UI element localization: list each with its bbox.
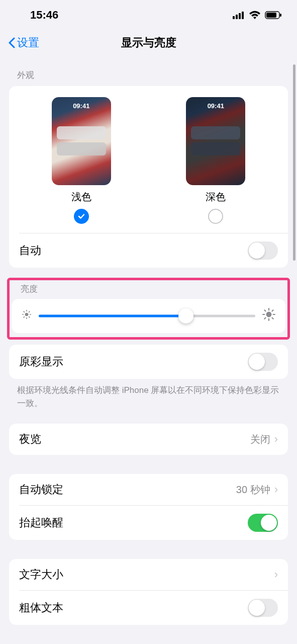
auto-toggle[interactable] [248,242,278,260]
chevron-left-icon [8,37,15,48]
dark-radio[interactable] [208,209,223,224]
appearance-light-option[interactable]: 09:41 浅色 [52,97,111,224]
truetone-group: 原彩显示 [9,345,288,379]
light-label: 浅色 [71,190,91,204]
svg-rect-6 [280,14,281,17]
cellular-icon [233,11,245,19]
textsize-row[interactable]: 文字大小 › [9,559,288,590]
light-radio[interactable] [74,209,89,224]
dark-preview: 09:41 [186,97,245,185]
svg-rect-3 [242,12,244,19]
boldtext-label: 粗体文本 [19,600,63,615]
back-label: 设置 [17,35,39,50]
checkmark-icon [77,212,85,220]
status-time: 15:46 [30,9,58,22]
svg-rect-5 [266,13,276,18]
brightness-highlight: 亮度 [7,278,290,340]
svg-line-15 [29,311,30,312]
appearance-group: 09:41 浅色 09:41 深色 自动 [9,86,288,268]
nav-bar: 设置 显示与亮度 [0,30,297,55]
svg-point-7 [25,313,29,316]
nightshift-group: 夜览 关闭 › [9,424,288,455]
truetone-label: 原彩显示 [19,354,63,369]
nightshift-row[interactable]: 夜览 关闭 › [9,424,288,455]
boldtext-row[interactable]: 粗体文本 [9,591,288,625]
truetone-row[interactable]: 原彩显示 [9,345,288,379]
textsize-label: 文字大小 [19,567,63,582]
light-preview: 09:41 [52,97,111,185]
truetone-toggle[interactable] [248,353,278,371]
appearance-header: 外观 [0,55,297,86]
scroll-indicator[interactable] [293,64,295,261]
dark-label: 深色 [206,190,226,204]
battery-icon [265,11,282,19]
raisewake-label: 抬起唤醒 [19,515,63,530]
svg-point-16 [266,312,272,317]
preview-time: 09:41 [186,97,245,110]
raisewake-row[interactable]: 抬起唤醒 [9,506,288,540]
auto-appearance-row[interactable]: 自动 [9,233,288,268]
lock-group: 自动锁定 30 秒钟 › 抬起唤醒 [9,474,288,540]
svg-line-14 [24,317,24,317]
svg-line-13 [29,317,30,317]
svg-line-24 [272,310,273,311]
brightness-slider-row [12,299,285,333]
svg-line-22 [272,318,273,319]
chevron-right-icon: › [274,433,278,446]
back-button[interactable]: 设置 [8,35,39,50]
auto-label: 自动 [19,243,41,258]
appearance-row: 09:41 浅色 09:41 深色 [9,86,288,233]
autolock-label: 自动锁定 [19,482,63,497]
appearance-dark-option[interactable]: 09:41 深色 [186,97,245,224]
raisewake-toggle[interactable] [248,514,278,532]
sun-small-icon [22,309,32,323]
sun-large-icon [262,308,275,324]
autolock-value: 30 秒钟 › [236,483,278,497]
boldtext-toggle[interactable] [248,599,278,617]
nightshift-value: 关闭 › [250,433,278,446]
svg-rect-1 [236,15,238,19]
svg-rect-0 [233,16,235,19]
status-icons [233,11,282,20]
brightness-header: 亮度 [12,283,285,299]
brightness-slider[interactable] [39,310,255,322]
wifi-icon [249,11,261,20]
text-group: 文字大小 › 粗体文本 [9,559,288,625]
svg-line-12 [24,311,24,312]
chevron-right-icon: › [274,483,278,496]
preview-time: 09:41 [52,97,111,110]
svg-rect-2 [239,13,241,19]
page-title: 显示与亮度 [121,35,176,50]
status-bar: 15:46 [0,0,297,30]
nightshift-label: 夜览 [19,432,41,447]
svg-line-21 [264,310,265,311]
svg-line-23 [264,318,265,319]
truetone-desc: 根据环境光线条件自动调整 iPhone 屏幕以在不同环境下保持色彩显示一致。 [0,379,297,415]
chevron-right-icon: › [274,568,278,581]
autolock-row[interactable]: 自动锁定 30 秒钟 › [9,474,288,505]
